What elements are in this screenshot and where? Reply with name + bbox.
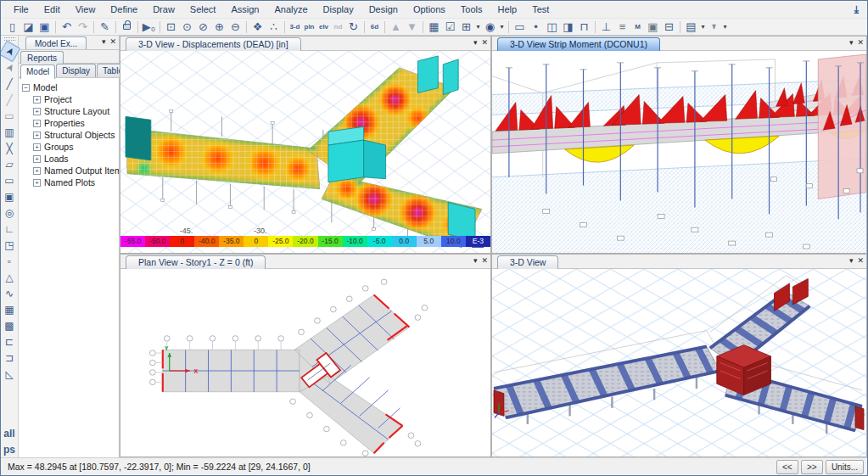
- menu-define[interactable]: Define: [103, 3, 145, 16]
- tree-node-properties[interactable]: +Properties: [33, 117, 117, 129]
- select-all-icon[interactable]: all: [2, 425, 18, 441]
- mesh-grid-icon[interactable]: ▩: [2, 317, 18, 333]
- viewport-displacements-canvas[interactable]: -45. -30. -55.0-50.00-40.0-35.00-25.0-20…: [120, 51, 490, 253]
- draw-tendon-icon[interactable]: ∿: [2, 285, 18, 301]
- draw-beam-region-icon[interactable]: ▭: [2, 108, 18, 124]
- menu-edit[interactable]: Edit: [36, 3, 68, 16]
- viewport-close-icon[interactable]: ✕: [481, 38, 488, 47]
- assign-support-icon[interactable]: ⊥: [598, 20, 614, 35]
- zoom-out-icon[interactable]: ⊖: [227, 20, 244, 35]
- tree-expand-icon[interactable]: +: [33, 132, 41, 139]
- viewport-plan-canvas[interactable]: X Y: [120, 269, 490, 456]
- next-step-button[interactable]: >>: [801, 460, 823, 474]
- window-options-icon[interactable]: ▦: [426, 20, 442, 35]
- previous-step-button[interactable]: <<: [776, 460, 798, 474]
- run-analysis-icon[interactable]: ▶₀: [141, 20, 157, 35]
- display-image-icon[interactable]: ▣: [645, 20, 661, 35]
- zoom-full-icon[interactable]: ⊙: [179, 20, 195, 35]
- draw-frame-icon[interactable]: ▭: [512, 20, 528, 35]
- draw-beam-icon[interactable]: ▥: [2, 124, 18, 140]
- assign-load-icon[interactable]: ≡: [614, 20, 630, 35]
- download-update-icon[interactable]: ⤓: [846, 3, 867, 15]
- menu-display[interactable]: Display: [316, 3, 361, 16]
- draw-wall-panel-icon[interactable]: ◳: [2, 237, 18, 253]
- zoom-in-icon[interactable]: ⊕: [211, 20, 227, 35]
- dropdown-arrow-icon[interactable]: ▾: [721, 20, 729, 35]
- redo-icon[interactable]: ↷: [75, 20, 91, 35]
- viewport-collapse-icon[interactable]: ▾: [473, 38, 478, 47]
- draw-opening-icon[interactable]: ▣: [2, 188, 18, 204]
- menu-options[interactable]: Options: [406, 3, 453, 16]
- save-icon[interactable]: ▣: [36, 20, 53, 35]
- display-options-check-icon[interactable]: ☑: [442, 20, 458, 35]
- perspective-toggle-icon[interactable]: 6d: [367, 20, 382, 35]
- tree-node-named-plots[interactable]: +Named Plots: [33, 176, 117, 188]
- tree-node-named-output-items[interactable]: +Named Output Items: [33, 165, 117, 176]
- model-explorer-title-tab[interactable]: Model Ex...: [25, 36, 87, 49]
- draw-line-icon[interactable]: ╱: [2, 76, 18, 92]
- object-display-icon[interactable]: ◉: [482, 20, 498, 35]
- menu-select[interactable]: Select: [182, 3, 224, 16]
- dropdown-arrow-icon[interactable]: ▾: [498, 20, 506, 35]
- move-up-list-icon[interactable]: ▲: [388, 20, 404, 35]
- tree-expand-icon[interactable]: +: [33, 179, 41, 187]
- pan-icon[interactable]: ❖: [249, 20, 266, 35]
- panel-collapse-icon[interactable]: ▾: [102, 37, 106, 46]
- new-file-icon[interactable]: ▯: [4, 20, 20, 35]
- draw-strip-a-icon[interactable]: ⊏: [2, 333, 18, 350]
- draw-rect-slab-icon[interactable]: ▭: [2, 172, 18, 188]
- rotate-3d-view-icon[interactable]: ↻: [345, 20, 361, 35]
- menu-assign[interactable]: Assign: [223, 3, 266, 16]
- tree-node-loads[interactable]: +Loads: [33, 153, 117, 165]
- tab-model[interactable]: Model: [20, 64, 55, 79]
- viewport-collapse-icon[interactable]: ▾: [849, 38, 854, 47]
- node-view-icon[interactable]: nd: [331, 20, 345, 35]
- tree-expand-icon[interactable]: +: [33, 167, 41, 175]
- zoom-rubber-band-icon[interactable]: ⊡: [163, 20, 179, 35]
- draw-wall-icon[interactable]: ⊓: [576, 20, 592, 35]
- menu-design[interactable]: Design: [361, 3, 406, 16]
- viewport-strip-moment-tab[interactable]: 3-D View Strip Moment (DCONU1): [497, 37, 660, 51]
- draw-slope-icon[interactable]: ◺: [2, 366, 18, 382]
- menu-file[interactable]: File: [6, 3, 36, 16]
- strip-moment-drawing[interactable]: [492, 51, 866, 253]
- model-3d-drawing[interactable]: [492, 269, 866, 456]
- tree-node-project[interactable]: +Project: [33, 93, 117, 105]
- show-columns-icon[interactable]: ▤: [683, 20, 699, 35]
- draw-brace-icon[interactable]: ╳: [2, 140, 18, 156]
- menu-tools[interactable]: Tools: [453, 3, 490, 16]
- menu-analyze[interactable]: Analyze: [266, 3, 315, 16]
- tree-node-structure-layout[interactable]: +Structure Layout: [33, 105, 117, 117]
- draw-column-icon[interactable]: ▫: [2, 253, 18, 269]
- tree-collapse-icon[interactable]: −: [22, 84, 30, 92]
- undo-icon[interactable]: ↶: [59, 20, 75, 35]
- viewport-collapse-icon[interactable]: ▾: [849, 256, 854, 265]
- tree-expand-icon[interactable]: +: [33, 120, 41, 127]
- draw-wall-corner-icon[interactable]: ∟: [2, 221, 18, 237]
- viewport-close-icon[interactable]: ✕: [857, 256, 864, 265]
- design-strip-icon[interactable]: M: [630, 20, 645, 35]
- draw-ramp-icon[interactable]: △: [2, 269, 18, 285]
- elevation-view-icon[interactable]: elv: [316, 20, 331, 35]
- dropdown-arrow-icon[interactable]: ▾: [474, 20, 482, 35]
- plan-view-icon[interactable]: pln: [302, 20, 316, 35]
- viewport-displacements-tab[interactable]: 3-D View - Displacements (DEAD) [in]: [126, 37, 301, 51]
- design-display-icon[interactable]: ⊟: [661, 20, 677, 35]
- quick-draw-point-icon[interactable]: •: [528, 20, 544, 35]
- draw-polygon-slab-icon[interactable]: ▱: [2, 156, 18, 172]
- tree-node-structural-objects[interactable]: +Structural Objects: [33, 129, 117, 141]
- mesh-slab-icon[interactable]: ▦: [2, 301, 18, 317]
- dropdown-arrow-icon[interactable]: ▾: [699, 20, 707, 35]
- draw-design-line-icon[interactable]: ╱: [2, 92, 18, 108]
- tree-expand-icon[interactable]: +: [33, 96, 41, 104]
- menu-help[interactable]: Help: [490, 3, 525, 16]
- tree-node-groups[interactable]: +Groups: [33, 141, 117, 153]
- viewport-3d-model-tab[interactable]: 3-D View: [497, 255, 558, 269]
- show-beams-icon[interactable]: Ŧ: [707, 20, 721, 35]
- menu-view[interactable]: View: [68, 3, 104, 16]
- menu-draw[interactable]: Draw: [145, 3, 182, 16]
- viewport-close-icon[interactable]: ✕: [481, 256, 488, 265]
- tab-reports[interactable]: Reports: [20, 51, 64, 64]
- view-3d-icon[interactable]: 3-d: [288, 20, 302, 35]
- units-button[interactable]: Units...: [826, 460, 864, 474]
